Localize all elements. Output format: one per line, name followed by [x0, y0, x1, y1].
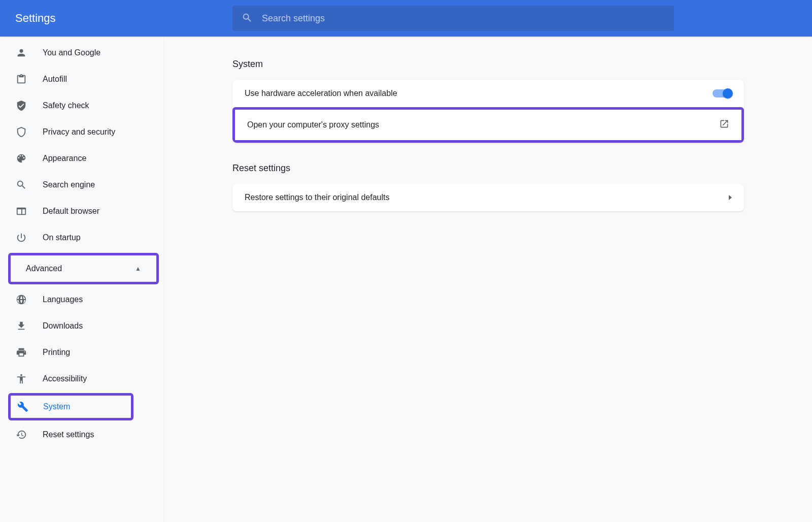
sidebar-item-autofill[interactable]: Autofill	[0, 66, 164, 92]
sidebar-item-label: System	[43, 402, 70, 411]
search-icon	[242, 12, 253, 25]
open-external-icon	[719, 119, 729, 131]
sidebar-item-reset-settings[interactable]: Reset settings	[0, 421, 164, 448]
sidebar-item-label: Autofill	[43, 75, 67, 84]
chevron-right-icon	[729, 195, 732, 200]
reset-card: Restore settings to their original defau…	[232, 184, 744, 211]
page-title: Settings	[15, 12, 232, 25]
sidebar-item-label: Search engine	[43, 180, 95, 189]
highlight-advanced: Advanced ▲	[8, 253, 159, 284]
wrench-icon	[17, 401, 29, 412]
sidebar-item-search-engine[interactable]: Search engine	[0, 172, 164, 198]
sidebar-item-on-startup[interactable]: On startup	[0, 224, 164, 251]
sidebar-item-label: You and Google	[43, 48, 100, 57]
row-label: Use hardware acceleration when available	[245, 89, 397, 98]
sidebar-item-label: Printing	[43, 348, 70, 357]
sidebar-item-system[interactable]: System	[11, 396, 131, 418]
shield-icon	[15, 126, 27, 138]
search-wrap[interactable]	[232, 6, 674, 31]
sidebar: You and Google Autofill Safety check Pri…	[0, 37, 164, 522]
advanced-label: Advanced	[26, 264, 62, 273]
toggle-knob	[723, 88, 733, 99]
printer-icon	[15, 347, 27, 358]
sidebar-item-label: Privacy and security	[43, 127, 115, 137]
system-card: Use hardware acceleration when available…	[232, 80, 744, 143]
highlight-proxy: Open your computer's proxy settings	[232, 107, 744, 143]
sidebar-item-appearance[interactable]: Appearance	[0, 145, 164, 172]
proxy-settings-row[interactable]: Open your computer's proxy settings	[235, 110, 741, 140]
person-icon	[15, 47, 27, 58]
body: You and Google Autofill Safety check Pri…	[0, 37, 812, 522]
main-content: System Use hardware acceleration when av…	[164, 37, 812, 522]
row-label: Open your computer's proxy settings	[247, 120, 379, 129]
sidebar-item-label: Safety check	[43, 101, 89, 110]
restore-icon	[15, 429, 27, 440]
hardware-acceleration-row[interactable]: Use hardware acceleration when available	[232, 80, 744, 107]
sidebar-item-label: Languages	[43, 295, 83, 304]
download-icon	[15, 320, 27, 332]
section-title-system: System	[232, 59, 744, 70]
palette-icon	[15, 153, 27, 164]
browser-icon	[15, 206, 27, 217]
sidebar-item-label: Appearance	[43, 154, 86, 163]
row-label: Restore settings to their original defau…	[245, 193, 389, 202]
sidebar-item-label: Accessibility	[43, 374, 87, 383]
shield-check-icon	[15, 100, 27, 111]
sidebar-item-accessibility[interactable]: Accessibility	[0, 366, 164, 392]
chevron-up-icon: ▲	[135, 265, 141, 272]
sidebar-item-you-and-google[interactable]: You and Google	[0, 40, 164, 66]
sidebar-item-languages[interactable]: Languages	[0, 286, 164, 313]
search-container	[232, 6, 674, 31]
hardware-acceleration-toggle[interactable]	[713, 89, 732, 97]
sidebar-item-label: Downloads	[43, 321, 83, 331]
sidebar-item-label: On startup	[43, 233, 81, 242]
sidebar-item-default-browser[interactable]: Default browser	[0, 198, 164, 224]
power-icon	[15, 232, 27, 243]
accessibility-icon	[15, 373, 27, 384]
sidebar-item-downloads[interactable]: Downloads	[0, 313, 164, 339]
search-input[interactable]	[262, 13, 665, 24]
sidebar-item-privacy-security[interactable]: Privacy and security	[0, 119, 164, 145]
highlight-system: System	[8, 393, 133, 420]
sidebar-item-label: Default browser	[43, 207, 99, 216]
sidebar-item-safety-check[interactable]: Safety check	[0, 92, 164, 119]
restore-defaults-row[interactable]: Restore settings to their original defau…	[232, 184, 744, 211]
clipboard-icon	[15, 74, 27, 85]
advanced-toggle[interactable]: Advanced ▲	[11, 255, 156, 282]
app-header: Settings	[0, 0, 812, 37]
section-title-reset: Reset settings	[232, 163, 744, 174]
sidebar-item-printing[interactable]: Printing	[0, 339, 164, 366]
globe-icon	[15, 294, 27, 305]
sidebar-item-label: Reset settings	[43, 430, 94, 439]
search-icon	[15, 179, 27, 190]
